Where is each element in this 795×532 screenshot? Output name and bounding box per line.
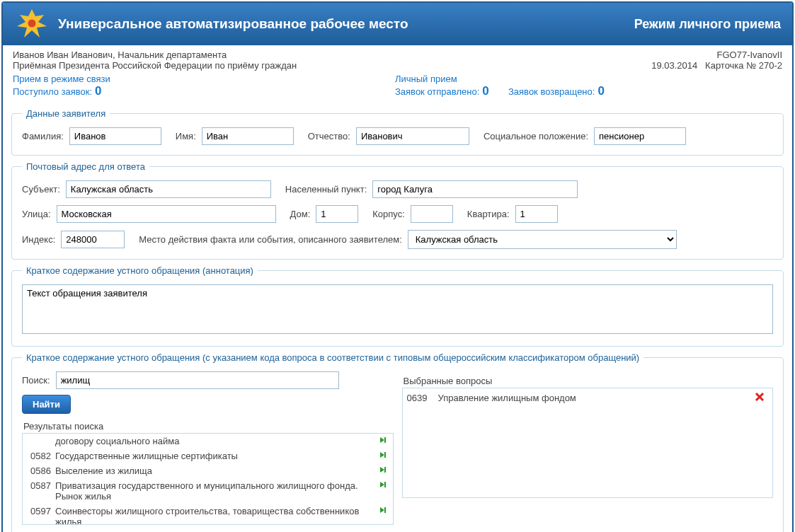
link-connection-mode[interactable]: Прием в режиме связи bbox=[13, 74, 395, 84]
street-input[interactable] bbox=[57, 205, 276, 223]
flat-input[interactable] bbox=[515, 205, 558, 223]
link-personal[interactable]: Личный прием bbox=[395, 74, 508, 84]
link-bar: Прием в режиме связи Поступило заявок:0 … bbox=[3, 72, 792, 103]
classifier-fieldset: Краткое содержание устного обращения (с … bbox=[11, 352, 784, 532]
factplace-label: Место действия факта или события, описан… bbox=[139, 234, 402, 245]
selected-list: 0639Управление жилищным фондом bbox=[402, 388, 774, 498]
result-code: 0582 bbox=[25, 451, 55, 461]
user-name: Иванов Иван Иванович, Начальник департам… bbox=[13, 50, 651, 60]
applicant-legend: Данные заявителя bbox=[22, 108, 110, 119]
city-input[interactable] bbox=[372, 180, 578, 198]
result-row[interactable]: 0587Приватизация государственного и муни… bbox=[23, 478, 393, 504]
link-sent[interactable]: Заявок отправлено: bbox=[395, 86, 479, 97]
selected-text: Управление жилищным фондом bbox=[438, 393, 755, 403]
sent-count: 0 bbox=[482, 84, 488, 98]
result-row[interactable]: 0586Выселение из жилища bbox=[23, 463, 393, 478]
card-label: Карточка № 270-2 bbox=[705, 60, 782, 71]
address-fieldset: Почтовый адрес для ответа Субъект: Насел… bbox=[11, 161, 784, 260]
svg-rect-2 bbox=[384, 452, 386, 458]
app-title: Универсальное автоматизированное рабочее… bbox=[58, 16, 634, 32]
address-legend: Почтовый адрес для ответа bbox=[22, 161, 149, 172]
result-code: 0586 bbox=[25, 466, 55, 476]
add-arrow-icon[interactable] bbox=[376, 466, 390, 476]
result-row[interactable]: договору социального найма bbox=[23, 434, 393, 449]
find-button[interactable]: Найти bbox=[22, 395, 71, 414]
index-input[interactable] bbox=[61, 231, 125, 248]
patr-label: Отчество: bbox=[308, 131, 350, 141]
summary-textarea[interactable] bbox=[22, 284, 773, 334]
surname-input[interactable] bbox=[69, 127, 161, 145]
factplace-select[interactable]: Калужская область bbox=[408, 230, 677, 249]
svg-rect-1 bbox=[384, 437, 386, 443]
selected-code: 0639 bbox=[407, 393, 438, 403]
search-label: Поиск: bbox=[22, 375, 50, 386]
patr-input[interactable] bbox=[356, 127, 469, 145]
add-arrow-icon[interactable] bbox=[376, 480, 390, 491]
index-label: Индекс: bbox=[22, 234, 55, 245]
house-input[interactable] bbox=[316, 205, 358, 223]
selected-row: 0639Управление жилищным фондом bbox=[403, 388, 773, 407]
info-bar: Иванов Иван Иванович, Начальник департам… bbox=[3, 45, 792, 72]
result-row[interactable]: 0582Государственные жилищные сертификаты bbox=[23, 449, 393, 463]
main-window: Универсальное автоматизированное рабочее… bbox=[1, 1, 794, 532]
selected-header: Выбранные вопросы bbox=[404, 376, 774, 386]
svg-rect-3 bbox=[384, 467, 386, 473]
result-text: Выселение из жилища bbox=[55, 466, 376, 476]
name-label: Имя: bbox=[176, 131, 196, 141]
result-text: Государственные жилищные сертификаты bbox=[55, 451, 376, 461]
status-input[interactable] bbox=[594, 127, 686, 145]
mode-label: Режим личного приема bbox=[634, 17, 781, 32]
summary-fieldset: Краткое содержание устного обращения (ан… bbox=[11, 265, 784, 347]
city-label: Населенный пункт: bbox=[285, 184, 367, 195]
search-input[interactable] bbox=[56, 371, 339, 389]
result-code: 0597 bbox=[25, 506, 55, 516]
result-text: Приватизация государственного и муниципа… bbox=[55, 480, 376, 502]
svg-point-0 bbox=[28, 19, 36, 28]
summary-legend: Краткое содержание устного обращения (ан… bbox=[22, 265, 258, 276]
result-text: договору социального найма bbox=[55, 436, 376, 446]
street-label: Улица: bbox=[22, 209, 51, 219]
office-name: Приёмная Президента Российской Федерации… bbox=[13, 60, 651, 71]
korpus-input[interactable] bbox=[411, 205, 453, 223]
date-label: 19.03.2014 bbox=[651, 60, 697, 71]
add-arrow-icon[interactable] bbox=[376, 436, 390, 446]
header-bar: Универсальное автоматизированное рабочее… bbox=[3, 3, 792, 45]
flat-label: Квартира: bbox=[467, 209, 510, 219]
name-input[interactable] bbox=[202, 127, 294, 145]
emblem-icon bbox=[14, 6, 50, 42]
result-code: 0587 bbox=[25, 480, 55, 491]
svg-rect-4 bbox=[384, 482, 386, 487]
link-received[interactable]: Поступило заявок: bbox=[13, 86, 92, 97]
received-count: 0 bbox=[95, 84, 101, 98]
applicant-fieldset: Данные заявителя Фамилия: Имя: Отчество:… bbox=[11, 108, 784, 156]
classifier-legend: Краткое содержание устного обращения (с … bbox=[22, 352, 644, 363]
add-arrow-icon[interactable] bbox=[376, 506, 390, 516]
surname-label: Фамилия: bbox=[22, 131, 64, 141]
user-code: FGO77-IvanovII bbox=[651, 50, 782, 60]
returned-count: 0 bbox=[597, 84, 604, 98]
link-returned[interactable]: Заявок возвращено: bbox=[508, 86, 595, 97]
korpus-label: Корпус: bbox=[372, 209, 405, 219]
status-label: Социальное положение: bbox=[484, 131, 588, 141]
results-header: Результаты поиска bbox=[23, 421, 394, 432]
results-list[interactable]: договору социального найма0582Государств… bbox=[22, 433, 394, 525]
svg-rect-5 bbox=[384, 507, 386, 513]
result-row[interactable]: 0597Соинвесторы жилищного строительства,… bbox=[23, 504, 393, 525]
subject-input[interactable] bbox=[66, 180, 271, 198]
result-text: Соинвесторы жилищного строительства, тов… bbox=[55, 506, 376, 525]
delete-icon[interactable] bbox=[754, 391, 768, 405]
subject-label: Субъект: bbox=[22, 184, 60, 195]
house-label: Дом: bbox=[290, 209, 311, 219]
add-arrow-icon[interactable] bbox=[376, 451, 390, 461]
